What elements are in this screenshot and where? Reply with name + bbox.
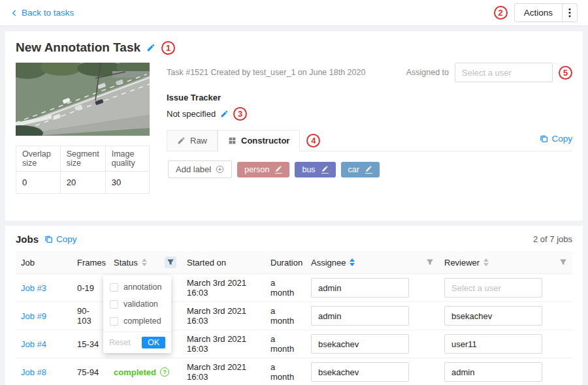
label-chip-bus[interactable]: bus	[295, 162, 335, 177]
label-chip-person-text: person	[244, 165, 269, 174]
filter-reset-button[interactable]: Reset	[109, 338, 131, 347]
duration-value: a month	[270, 306, 294, 326]
copy-labels-link[interactable]: Copy	[540, 134, 572, 144]
duration-value: a month	[270, 278, 294, 298]
col-status: Status	[114, 258, 138, 268]
copy-icon	[540, 134, 548, 143]
actions-button-group: Actions	[514, 3, 578, 22]
tab-constructor-label: Constructor	[241, 136, 289, 146]
pencil-icon	[177, 136, 186, 145]
copy-labels-label: Copy	[551, 134, 572, 144]
actions-menu-icon[interactable]	[562, 4, 577, 22]
assignee-input[interactable]	[311, 334, 409, 354]
status-filter-dropdown: annotation validation completed Reset OK	[103, 275, 171, 353]
jobs-card: Jobs Copy 2 of 7 jobs Job Frames Status	[5, 226, 583, 385]
table-row: Job #9 90-103 March 3rd 2021 16:03 a mon…	[16, 302, 572, 330]
plus-circle-icon	[216, 165, 224, 174]
task-details-card: New Annotation Task 1	[5, 31, 583, 221]
param-header-segment: Segment size	[60, 146, 105, 172]
assignee-input[interactable]	[311, 306, 409, 326]
edit-label-icon[interactable]	[365, 165, 372, 174]
reviewer-sort-icon[interactable]	[483, 258, 489, 266]
started-value: March 3rd 2021 16:03	[187, 278, 246, 298]
frames-value: 15-34	[77, 339, 99, 349]
task-title: New Annotation Task	[16, 40, 140, 55]
copy-icon	[44, 235, 53, 243]
checkbox-icon[interactable]	[110, 300, 118, 309]
label-chip-person[interactable]: person	[237, 162, 289, 177]
assignee-filter-icon[interactable]	[426, 258, 434, 266]
copy-jobs-link[interactable]: Copy	[44, 234, 77, 244]
add-label-text: Add label	[176, 164, 211, 174]
status-sort-icon[interactable]	[142, 258, 147, 266]
duration-value: a month	[270, 362, 294, 382]
col-frames: Frames	[77, 258, 106, 268]
label-chip-car-text: car	[348, 165, 359, 174]
col-duration: Duration	[270, 258, 302, 268]
frames-value: 75-94	[77, 367, 99, 377]
col-reviewer: Reviewer	[444, 258, 480, 268]
table-row: Job #3 0-19 March 3rd 2021 16:03 a month	[16, 274, 572, 302]
edit-label-icon[interactable]	[275, 165, 282, 174]
annotation-marker-2: 2	[494, 6, 508, 20]
checkbox-icon[interactable]	[110, 317, 118, 326]
reviewer-input[interactable]	[444, 278, 542, 298]
add-label-button[interactable]: Add label	[168, 161, 232, 178]
param-header-overlap: Overlap size	[16, 146, 61, 172]
annotation-marker-4: 4	[306, 134, 320, 147]
assignee-input[interactable]	[311, 278, 409, 298]
param-value-overlap: 0	[16, 172, 61, 194]
back-to-tasks-link[interactable]: Back to tasks	[10, 8, 74, 18]
label-chip-car[interactable]: car	[341, 162, 380, 177]
issue-tracker-label: Issue Tracker	[167, 93, 572, 102]
status-value: completed	[114, 367, 156, 377]
back-to-tasks-label: Back to tasks	[22, 8, 74, 18]
param-value-segment: 20	[60, 172, 105, 194]
label-chip-bus-text: bus	[302, 165, 315, 174]
reviewer-input[interactable]	[444, 362, 542, 382]
reviewer-input[interactable]	[444, 306, 542, 326]
job-link[interactable]: Job #8	[21, 367, 46, 377]
reviewer-filter-icon[interactable]	[559, 258, 567, 266]
filter-option-completed[interactable]: completed	[103, 313, 171, 330]
chevron-left-icon	[10, 9, 18, 17]
tab-constructor[interactable]: Constructor	[218, 130, 300, 151]
status-filter-icon[interactable]	[165, 256, 176, 268]
filter-option-validation[interactable]: validation	[103, 296, 171, 313]
filter-ok-button[interactable]: OK	[142, 337, 165, 348]
job-link[interactable]: Job #3	[21, 283, 46, 293]
col-assignee: Assignee	[311, 258, 346, 268]
task-meta-text: Task #1521 Created by test_user_1 on Jun…	[167, 68, 365, 77]
job-link[interactable]: Job #4	[21, 339, 46, 349]
task-assignee-input[interactable]	[455, 63, 553, 82]
annotation-marker-1: 1	[161, 41, 175, 55]
labels-tabs: Raw Constructor 4 Copy	[167, 130, 572, 151]
jobs-table: Job Frames Status Started on Duration	[16, 251, 572, 385]
edit-issue-tracker-icon[interactable]	[220, 110, 229, 118]
started-value: March 3rd 2021 16:03	[187, 306, 246, 326]
tab-raw[interactable]: Raw	[167, 130, 218, 151]
duration-value: a month	[270, 334, 294, 354]
copy-jobs-label: Copy	[56, 234, 77, 244]
annotation-marker-3: 3	[233, 107, 247, 121]
table-row: Job #8 75-94 completed ? March 3rd 2021 …	[16, 358, 572, 385]
assignee-input[interactable]	[311, 362, 409, 382]
edit-title-icon[interactable]	[146, 43, 155, 52]
jobs-table-header-row: Job Frames Status Started on Duration	[16, 251, 572, 274]
edit-label-icon[interactable]	[321, 165, 329, 174]
reviewer-input[interactable]	[444, 334, 542, 354]
top-bar: Back to tasks 2 Actions	[0, 0, 588, 26]
filter-option-annotation[interactable]: annotation	[103, 279, 171, 296]
assignee-sort-icon[interactable]	[350, 258, 355, 266]
filter-option-label: annotation	[123, 283, 161, 292]
job-link[interactable]: Job #9	[21, 311, 46, 321]
started-value: March 3rd 2021 16:03	[187, 362, 246, 382]
started-value: March 3rd 2021 16:03	[187, 334, 246, 354]
col-job: Job	[21, 258, 35, 268]
status-help-icon[interactable]: ?	[160, 367, 169, 377]
col-started-on: Started on	[187, 258, 226, 268]
checkbox-icon[interactable]	[110, 283, 118, 292]
label-constructor: Add label person bus	[167, 151, 572, 187]
issue-tracker-value: Not specified	[167, 109, 216, 119]
actions-button[interactable]: Actions	[515, 4, 562, 22]
